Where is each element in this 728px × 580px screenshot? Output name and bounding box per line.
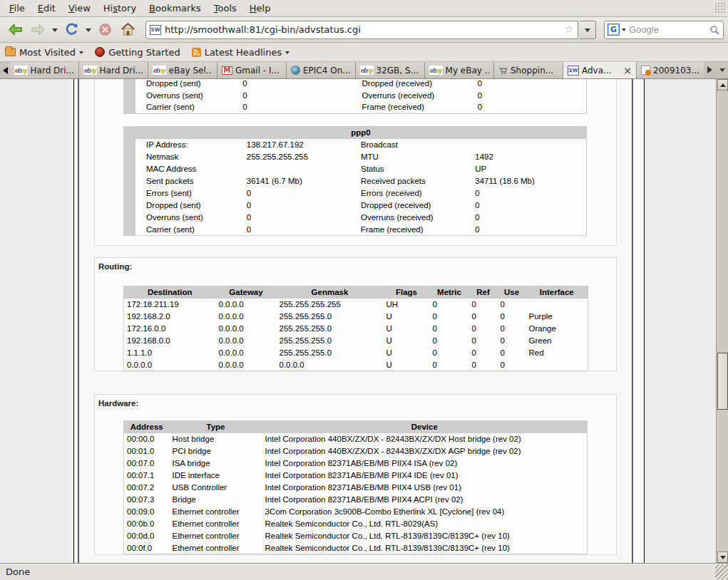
scrollbar-thumb[interactable]	[717, 353, 728, 410]
table-cell: Ethernet controller	[170, 530, 262, 542]
menu-file[interactable]: File	[3, 1, 31, 16]
table-cell: Overruns (received)	[359, 89, 475, 101]
fx-icon	[95, 47, 105, 57]
table-row: Dropped (sent)0Dropped (received)0	[130, 79, 587, 89]
table-row: 00:01.0PCI bridgeIntel Corporation 440BX…	[124, 445, 588, 457]
reload-dropdown[interactable]	[83, 19, 93, 41]
table-row: 00:00.0Host bridgeIntel Corporation 440B…	[124, 433, 588, 445]
search-icon[interactable]	[709, 25, 719, 35]
tab-9[interactable]: SWAdva...×	[563, 62, 637, 78]
table-cell: 0	[498, 359, 526, 371]
tab-label: eBay Sel...	[169, 66, 212, 76]
bookmark-star-icon[interactable]: ☆	[565, 24, 574, 35]
table-cell: Overruns (sent)	[130, 212, 244, 224]
table-row: Overruns (sent)0Overruns (received)0	[130, 212, 587, 224]
column-header: Gateway	[216, 286, 277, 299]
table-cell: 0	[430, 335, 469, 347]
gmail-icon: M	[222, 66, 232, 75]
tab-1[interactable]: ebayHard Dri...	[10, 62, 79, 78]
search-engine-dropdown[interactable]	[622, 29, 626, 33]
menu-bookmarks[interactable]: Bookmarks	[143, 1, 207, 16]
table-cell: ISA bridge	[170, 457, 262, 470]
tab-strip: ebayHard Dri...ebayHard Dri...ebayeBay S…	[10, 61, 704, 78]
table-row: IP Address:138.217.67.192Broadcast	[130, 139, 587, 151]
tab-label: Hard Dri...	[31, 66, 74, 76]
tab-10[interactable]: 2009103...	[637, 62, 704, 78]
tab-4[interactable]: MGmail - I...	[217, 62, 287, 78]
table-cell: Received packets	[358, 175, 472, 187]
table-cell: Sent packets	[130, 175, 244, 187]
sw-icon: SW	[150, 25, 161, 35]
forward-history-dropdown[interactable]	[50, 19, 59, 41]
search-bar[interactable]: G	[604, 21, 724, 39]
table-row: 00:09.0Ethernet controller3Com Corporati…	[124, 506, 588, 518]
table-cell: 0	[475, 79, 587, 89]
table-row: Carrier (sent)0Frame (received)0	[130, 101, 587, 113]
tab-3[interactable]: ebayeBay Sel...	[148, 62, 217, 78]
ebay-icon: ebay	[429, 66, 443, 75]
url-history-dropdown[interactable]	[580, 21, 596, 39]
table-cell: 0.0.0.0	[124, 359, 216, 371]
list-all-tabs-button[interactable]	[716, 62, 728, 78]
table-cell: 00:07.2	[124, 482, 170, 494]
table-cell: 36141 (6.7 Mb)	[244, 175, 358, 187]
table-cell: 00:0b.0	[124, 518, 170, 530]
menu-tools[interactable]: Tools	[207, 1, 243, 16]
table-row: 00:0d.0Ethernet controllerRealtek Semico…	[124, 530, 588, 542]
table-header-row: Destination Gateway Genmask Flags Metric…	[124, 286, 588, 299]
menu-edit[interactable]: Edit	[31, 1, 62, 16]
bookmark-latest-headlines[interactable]: Latest Headlines	[192, 47, 290, 58]
menu-history[interactable]: History	[97, 1, 143, 16]
tab-6[interactable]: ebay32GB, S...	[356, 62, 425, 78]
page-frame-gap	[633, 79, 644, 563]
table-cell: 0	[430, 299, 469, 311]
table-cell: Intel Corporation 82371AB/EB/MB PIIX4 AC…	[262, 494, 588, 506]
table-cell: 0	[430, 359, 469, 371]
chevron-down-icon	[79, 51, 83, 56]
table-cell: Dropped (sent)	[130, 200, 244, 212]
tab-scroll-right-button[interactable]	[704, 62, 716, 78]
tab-8[interactable]: Shoppin...	[494, 62, 563, 78]
table-row: Dropped (sent)0Dropped (received)0	[130, 200, 587, 212]
menu-help[interactable]: Help	[243, 1, 277, 16]
interface-stats-table-fragment: Dropped (sent)0Dropped (received)0Overru…	[123, 79, 587, 114]
tab-label: Gmail - I...	[235, 66, 282, 76]
table-row: 172.16.0.00.0.0.0255.255.255.0U000Orange	[124, 323, 588, 335]
url-bar[interactable]: SW ☆	[145, 21, 578, 39]
tab-2[interactable]: ebayHard Dri...	[79, 62, 148, 78]
ebay-icon: ebay	[83, 66, 97, 75]
menu-view[interactable]: View	[62, 1, 97, 16]
table-cell: 0.0.0.0	[277, 359, 384, 371]
tab-bar-controls	[704, 61, 728, 78]
tab-scroll-left-button[interactable]	[0, 62, 10, 78]
tab-5[interactable]: EPIC4 On...	[287, 62, 356, 78]
scroll-up-button[interactable]	[717, 79, 728, 90]
reload-button[interactable]	[61, 19, 82, 41]
table-row: 172.18.211.190.0.0.0255.255.255.255UH000	[124, 299, 588, 311]
table-cell: MTU	[358, 151, 472, 163]
bookmark-label: Most Visited	[19, 47, 76, 58]
table-cell: 0	[430, 311, 469, 323]
home-button[interactable]	[117, 19, 138, 41]
home-icon	[120, 21, 136, 38]
table-cell: U	[384, 359, 430, 371]
bookmark-most-visited[interactable]: Most Visited	[5, 47, 83, 58]
chevron-left-icon	[3, 67, 8, 74]
bookmark-getting-started[interactable]: Getting Started	[95, 47, 180, 58]
table-cell	[244, 163, 358, 175]
table-cell: Carrier (sent)	[130, 224, 244, 236]
table-cell: 00:09.0	[124, 506, 170, 518]
table-cell: 255.255.255.0	[277, 311, 384, 323]
table-cell: 00:07.0	[124, 457, 170, 470]
search-input[interactable]	[629, 24, 707, 35]
scroll-down-button[interactable]	[717, 551, 728, 563]
table-cell: 3Com Corporation 3c900B-Combo Etherlink …	[262, 506, 588, 518]
url-input[interactable]	[165, 24, 561, 35]
tab-7[interactable]: ebayMy eBay ...	[425, 62, 494, 78]
table-cell: 0	[472, 187, 586, 200]
window-resize-grip[interactable]	[715, 564, 728, 580]
vertical-scrollbar[interactable]	[716, 79, 728, 563]
table-cell: Realtek Semiconductor Co., Ltd. RTL-8139…	[262, 542, 588, 554]
back-button[interactable]	[4, 19, 26, 41]
tab-close-icon[interactable]: ×	[623, 66, 632, 76]
